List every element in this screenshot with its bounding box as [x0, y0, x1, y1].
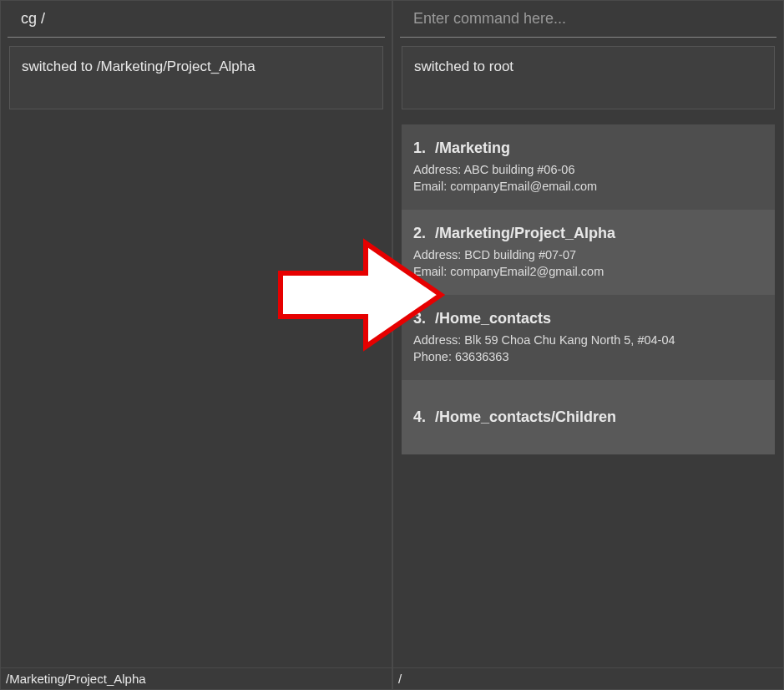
- item-detail: Address: Blk 59 Choa Chu Kang North 5, #…: [413, 332, 763, 349]
- list-item[interactable]: 1. /Marketing Address: ABC building #06-…: [402, 124, 775, 210]
- item-name: /Marketing/Project_Alpha: [435, 225, 615, 242]
- status-bar: /: [393, 667, 783, 689]
- item-index: 4.: [413, 408, 428, 426]
- command-bar: [400, 1, 776, 38]
- item-detail: Email: companyEmail2@gmail.com: [413, 264, 763, 281]
- result-message: switched to /Marketing/Project_Alpha: [9, 46, 383, 109]
- item-name: /Home_contacts/Children: [435, 408, 616, 426]
- item-detail: Phone: 63636363: [413, 349, 763, 366]
- command-bar: [8, 1, 385, 38]
- item-index: 1.: [413, 140, 428, 157]
- panel-before: switched to /Marketing/Project_Alpha /Ma…: [0, 0, 392, 690]
- content-area: switched to /Marketing/Project_Alpha: [1, 38, 392, 667]
- item-index: 3.: [413, 310, 428, 327]
- command-input[interactable]: [413, 10, 763, 28]
- list-item[interactable]: 4. /Home_contacts/Children: [402, 380, 775, 454]
- group-list: 1. /Marketing Address: ABC building #06-…: [402, 124, 775, 454]
- content-area: switched to root 1. /Marketing Address: …: [393, 38, 783, 667]
- item-name: /Marketing: [435, 140, 510, 157]
- item-detail: Address: BCD building #07-07: [413, 247, 763, 264]
- list-item[interactable]: 3. /Home_contacts Address: Blk 59 Choa C…: [402, 295, 775, 380]
- command-input[interactable]: [21, 10, 372, 28]
- result-message: switched to root: [402, 46, 775, 109]
- list-item[interactable]: 2. /Marketing/Project_Alpha Address: BCD…: [402, 210, 775, 295]
- item-detail: Address: ABC building #06-06: [413, 162, 763, 179]
- item-index: 2.: [413, 225, 428, 242]
- item-name: /Home_contacts: [435, 310, 551, 327]
- panel-after: switched to root 1. /Marketing Address: …: [392, 0, 784, 690]
- item-detail: Email: companyEmail@email.com: [413, 179, 763, 195]
- status-bar: /Marketing/Project_Alpha: [1, 667, 392, 689]
